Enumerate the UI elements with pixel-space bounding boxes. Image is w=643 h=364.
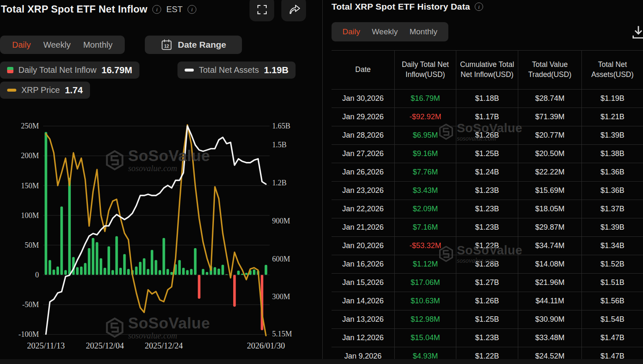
svg-text:100M: 100M (21, 211, 39, 220)
col-header-cumulative-inflow: Cumulative Total Net Inflow(USD) (456, 51, 518, 89)
cell-value-traded: $15.69M (518, 182, 582, 200)
table-row: Jan 13,2026$12.98M$1.25B$30.90M$1.54B (332, 310, 643, 329)
table-row: Jan 12,2026$15.04M$1.23B$33.48M$1.47B (332, 329, 643, 347)
assets-legend-value: 1.19B (264, 65, 288, 76)
cell-cumulative-inflow: $1.23B (456, 200, 518, 218)
price-legend-icon (7, 89, 16, 92)
cell-net-assets: $1.36B (582, 182, 643, 200)
cell-cumulative-inflow: $1.22B (456, 237, 518, 255)
cell-net-assets: $1.39B (582, 218, 643, 236)
svg-text:0: 0 (35, 271, 39, 279)
cell-net-assets: $1.52B (582, 255, 643, 273)
table-row: Jan 27,2026$9.16M$1.25B$20.50M$1.38B (332, 145, 643, 163)
cell-value-traded: $14.08M (518, 255, 582, 273)
tab-daily-table[interactable]: Daily (337, 27, 366, 36)
net-inflow-chart[interactable]: 250M200M150M100M50M0-50M-100M1.65B1.5B1.… (0, 113, 322, 355)
svg-text:900M: 900M (272, 217, 290, 225)
cell-date: Jan 23,2026 (332, 182, 395, 200)
cell-cumulative-inflow: $1.25B (456, 310, 518, 328)
tab-weekly-chart[interactable]: Weekly (37, 40, 77, 50)
history-data-header: Total XRP Spot ETF History Data (332, 2, 483, 12)
cell-value-traded: $20.77M (518, 126, 582, 144)
svg-text:-100M: -100M (18, 330, 39, 338)
svg-text:250M: 250M (21, 122, 39, 130)
cell-value-traded: $71.39M (518, 108, 582, 126)
cell-net-assets: $1.36B (582, 163, 643, 181)
cell-net-assets: $1.19B (582, 90, 643, 108)
history-table: Date Daily Total Net Inflow(USD) Cumulat… (332, 50, 643, 364)
tab-monthly-chart[interactable]: Monthly (77, 40, 119, 50)
cell-cumulative-inflow: $1.17B (456, 108, 518, 126)
cell-daily-inflow: $7.76M (395, 163, 456, 181)
cell-daily-inflow: $16.79M (395, 90, 456, 108)
calendar-icon: 12 (161, 38, 172, 51)
history-title: Total XRP Spot ETF History Data (332, 2, 470, 12)
cell-daily-inflow: $1.12M (395, 255, 456, 273)
col-header-net-assets: Total Net Assets(USD) (582, 51, 643, 89)
assets-legend-icon (185, 69, 194, 72)
svg-text:1.2B: 1.2B (272, 179, 287, 187)
cell-cumulative-inflow: $1.24B (456, 163, 518, 181)
cell-daily-inflow: -$92.92M (395, 108, 456, 126)
cell-net-assets: $1.21B (582, 108, 643, 126)
net-inflow-header: Total XRP Spot ETF Net Inflow EST (1, 3, 196, 15)
svg-text:200M: 200M (21, 151, 39, 160)
cell-cumulative-inflow: $1.18B (456, 90, 518, 108)
cell-net-assets: $1.51B (582, 274, 643, 292)
col-header-daily-inflow: Daily Total Net Inflow(USD) (395, 51, 456, 89)
cell-daily-inflow: $17.06M (395, 274, 456, 292)
cell-value-traded: $34.74M (518, 237, 582, 255)
legend-total-net-assets[interactable]: Total Net Assets 1.19B (177, 62, 296, 79)
cell-cumulative-inflow: $1.28B (456, 255, 518, 273)
table-row: Jan 16,2026$1.12M$1.28B$14.08M$1.52B (332, 255, 643, 274)
fullscreen-button[interactable] (249, 0, 274, 21)
info-icon[interactable] (152, 5, 161, 14)
tab-monthly-table[interactable]: Monthly (404, 27, 443, 36)
table-row: Jan 30,2026$16.79M$1.18B$28.74M$1.19B (332, 90, 643, 108)
cell-value-traded: $21.96M (518, 274, 582, 292)
price-legend-value: 1.74 (65, 85, 83, 96)
svg-text:2025/12/04: 2025/12/04 (86, 341, 124, 350)
cell-cumulative-inflow: $1.25B (456, 145, 518, 163)
download-button[interactable] (631, 24, 643, 40)
timezone-info-icon[interactable] (188, 5, 196, 14)
legend-xrp-price[interactable]: XRP Price 1.74 (0, 82, 90, 99)
svg-text:2025/11/13: 2025/11/13 (27, 341, 65, 350)
cell-value-traded: $29.87M (518, 218, 582, 236)
cell-cumulative-inflow: $1.26B (456, 126, 518, 144)
cell-value-traded: $22.22M (518, 163, 582, 181)
share-button[interactable] (281, 0, 306, 21)
cell-net-assets: $1.47B (582, 329, 643, 347)
svg-text:50M: 50M (25, 241, 39, 249)
table-period-tabs: DailyWeeklyMonthly (332, 22, 448, 41)
cell-cumulative-inflow: $1.26B (456, 292, 518, 310)
cell-net-assets: $1.56B (582, 292, 643, 310)
svg-text:1.5B: 1.5B (272, 141, 287, 149)
date-range-button[interactable]: 12 Date Range (145, 36, 242, 54)
cell-daily-inflow: $10.63M (395, 292, 456, 310)
cell-daily-inflow: $7.16M (395, 218, 456, 236)
svg-text:1.65B: 1.65B (272, 122, 291, 130)
col-header-value-traded: Total Value Traded(USD) (518, 51, 582, 89)
svg-text:-50M: -50M (22, 300, 39, 309)
cell-value-traded: $30.90M (518, 310, 582, 328)
cell-net-assets: $1.34B (582, 237, 643, 255)
cell-daily-inflow: $6.95M (395, 126, 456, 144)
svg-text:600M: 600M (272, 255, 290, 263)
tab-daily-chart[interactable]: Daily (6, 40, 37, 50)
net-inflow-panel: Total XRP Spot ETF Net Inflow EST DailyW… (0, 0, 322, 359)
svg-text:12: 12 (164, 44, 169, 49)
legend-daily-net-inflow[interactable]: Daily Total Net Inflow 16.79M (0, 62, 139, 79)
table-row: Jan 26,2026$7.76M$1.24B$22.22M$1.36B (332, 163, 643, 182)
cell-net-assets: $1.54B (582, 310, 643, 328)
next-section-strip (0, 359, 643, 364)
cell-daily-inflow: $12.98M (395, 310, 456, 328)
cell-date: Jan 26,2026 (332, 163, 395, 181)
svg-text:2025/12/24: 2025/12/24 (145, 341, 183, 350)
inflow-legend-icon (7, 67, 13, 73)
tab-weekly-table[interactable]: Weekly (366, 27, 404, 36)
svg-text:5.15M: 5.15M (272, 330, 292, 338)
history-info-icon[interactable] (475, 3, 483, 11)
cell-value-traded: $44.11M (518, 292, 582, 310)
cell-value-traded: $33.48M (518, 329, 582, 347)
